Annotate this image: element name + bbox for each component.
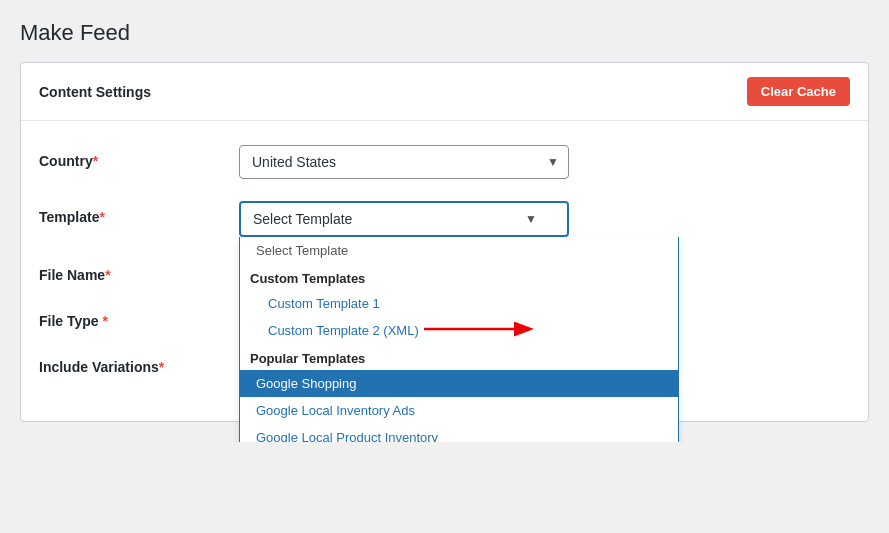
dropdown-item-google-shopping[interactable]: Google Shopping <box>240 370 678 397</box>
file-name-label: File Name* <box>39 259 239 283</box>
country-label: Country* <box>39 145 239 169</box>
include-variations-label: Include Variations* <box>39 351 239 375</box>
card-header: Content Settings Clear Cache <box>21 63 868 121</box>
page-title: Make Feed <box>20 20 869 46</box>
country-field-wrapper: United States ▼ <box>239 145 850 179</box>
content-settings-title: Content Settings <box>39 84 151 100</box>
card-body: Country* United States ▼ Template* <box>21 121 868 421</box>
dropdown-item-google-local-product-inventory[interactable]: Google Local Product Inventory <box>240 424 678 442</box>
file-type-label: File Type * <box>39 305 239 329</box>
template-chevron-icon: ▼ <box>525 212 537 226</box>
template-row: Template* Select Template ▼ Select Templ… <box>39 201 850 237</box>
red-arrow-indicator <box>419 309 539 349</box>
template-select-trigger[interactable]: Select Template ▼ <box>239 201 569 237</box>
clear-cache-button[interactable]: Clear Cache <box>747 77 850 106</box>
country-select[interactable]: United States <box>239 145 569 179</box>
template-field-wrapper: Select Template ▼ Select Template Custom… <box>239 201 850 237</box>
country-row: Country* United States ▼ <box>39 145 850 179</box>
main-card: Content Settings Clear Cache Country* Un… <box>20 62 869 422</box>
dropdown-item-placeholder[interactable]: Select Template <box>240 237 678 264</box>
template-selected-value: Select Template <box>253 211 352 227</box>
group-header-custom: Custom Templates <box>240 264 678 290</box>
template-trigger-wrapper: Select Template ▼ Select Template Custom… <box>239 201 569 237</box>
country-select-wrapper: United States ▼ <box>239 145 569 179</box>
dropdown-item-google-local-inventory-ads[interactable]: Google Local Inventory Ads <box>240 397 678 424</box>
template-label: Template* <box>39 201 239 225</box>
